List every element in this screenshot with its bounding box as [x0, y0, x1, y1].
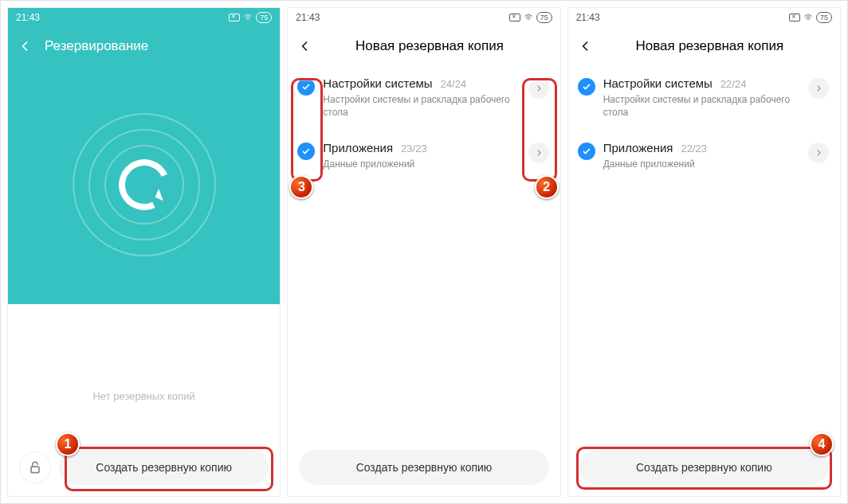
battery-icon: 75 [536, 12, 552, 23]
item-subtitle: Настройки системы и раскладка рабочего с… [603, 93, 800, 119]
status-time: 21:43 [576, 12, 600, 23]
item-subtitle: Данные приложений [323, 158, 520, 170]
list-item-system-settings: Настройки системы 22/24 Настройки систем… [571, 65, 837, 130]
back-button[interactable] [18, 38, 33, 54]
chevron-left-icon [19, 40, 32, 53]
expand-system-settings[interactable] [528, 78, 549, 99]
create-backup-button[interactable]: Создать резервную копию [579, 450, 829, 485]
list-item-apps: Приложения 23/23 Данные приложений [291, 130, 556, 182]
checkbox-apps[interactable] [578, 143, 595, 160]
list-item-apps: Приложения 22/23 Данные приложений [571, 130, 837, 182]
check-icon [582, 147, 591, 156]
check-icon [582, 82, 591, 92]
back-button[interactable] [578, 38, 594, 54]
lock-button[interactable] [19, 451, 51, 483]
phone-screen-2: 21:43 75 Новая резервная копия Настройки… [287, 7, 560, 497]
bottom-actions: Создать резервную копию [568, 440, 840, 496]
phone-screen-3: 21:43 75 Новая резервная копия Настройки… [567, 7, 841, 497]
item-title: Приложения [323, 141, 393, 154]
checkbox-system-settings[interactable] [297, 78, 315, 96]
check-icon [301, 82, 311, 92]
phone-screen-1: 21:43 75 Резервирование Нет резервных ко… [7, 7, 281, 497]
status-icons: 75 [229, 12, 272, 23]
page-title: Новая резервная копия [324, 38, 534, 54]
backup-categories-list: Настройки системы 22/24 Настройки систем… [568, 65, 840, 440]
chevron-right-icon [815, 149, 822, 157]
expand-apps[interactable] [808, 143, 829, 163]
title-bar: Новая резервная копия [288, 27, 559, 65]
item-count: 23/23 [401, 143, 427, 154]
bottom-actions: Создать резервную копию [288, 440, 559, 496]
unlock-icon [27, 459, 43, 475]
status-time: 21:43 [296, 12, 320, 23]
list-item-system-settings: Настройки системы 24/24 Настройки систем… [291, 65, 556, 130]
svg-rect-0 [31, 467, 39, 473]
battery-icon: 75 [256, 12, 272, 23]
wifi-icon [243, 13, 253, 22]
expand-apps[interactable] [528, 143, 549, 163]
status-bar: 21:43 75 [568, 8, 840, 27]
item-title: Настройки системы [323, 76, 432, 90]
sim-off-icon [509, 14, 520, 21]
page-title: Новая резервная копия [605, 38, 815, 54]
item-title: Приложения [603, 141, 673, 154]
backup-categories-list: Настройки системы 24/24 Настройки систем… [288, 65, 559, 440]
sim-off-icon [789, 14, 800, 21]
item-subtitle: Настройки системы и раскладка рабочего с… [323, 93, 520, 119]
create-backup-button[interactable]: Создать резервную копию [299, 450, 548, 485]
title-bar: Новая резервная копия [568, 27, 840, 65]
back-button[interactable] [297, 38, 313, 54]
chevron-left-icon [579, 40, 592, 53]
status-icons: 75 [509, 12, 552, 23]
chevron-right-icon [535, 149, 543, 157]
sim-off-icon [229, 14, 240, 21]
expand-system-settings[interactable] [808, 78, 829, 99]
status-icons: 75 [789, 12, 832, 23]
page-title: Резервирование [45, 38, 270, 54]
battery-icon: 75 [816, 12, 832, 23]
hero-graphic [8, 65, 280, 304]
item-count: 24/24 [441, 78, 467, 90]
item-count: 22/24 [720, 78, 747, 90]
item-count: 22/23 [681, 143, 707, 154]
item-title: Настройки системы [603, 76, 713, 90]
status-bar: 21:43 75 [8, 8, 280, 27]
bottom-actions: Создать резервную копию [8, 440, 280, 496]
status-bar: 21:43 75 [288, 8, 559, 27]
chevron-right-icon [815, 84, 822, 92]
empty-state-text: Нет резервных копий [8, 304, 280, 440]
status-time: 21:43 [16, 12, 40, 23]
chevron-left-icon [299, 40, 312, 53]
chevron-right-icon [535, 84, 543, 92]
checkbox-apps[interactable] [297, 143, 315, 160]
item-subtitle: Данные приложений [603, 158, 800, 170]
wifi-icon [524, 13, 533, 22]
create-backup-button[interactable]: Создать резервную копию [59, 450, 269, 485]
check-icon [301, 147, 311, 156]
checkbox-system-settings[interactable] [578, 78, 595, 96]
title-bar: Резервирование [8, 27, 280, 65]
wifi-icon [803, 13, 813, 22]
